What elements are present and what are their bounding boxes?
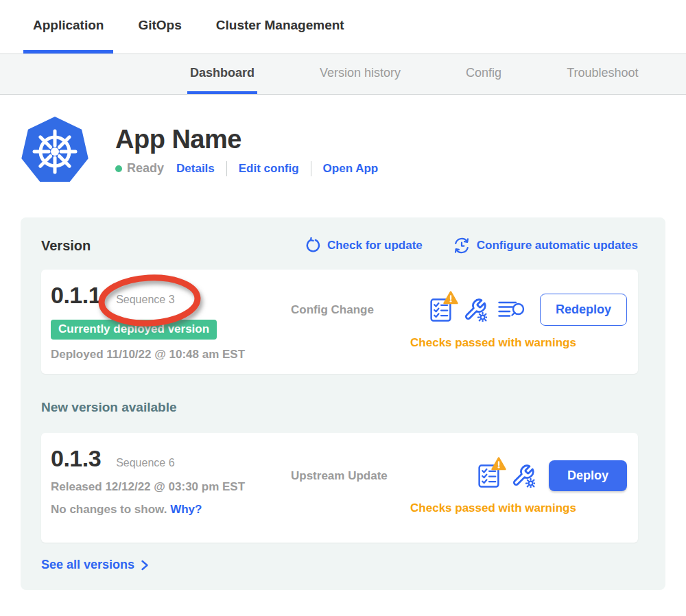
no-changes-text: No changes to show. <box>51 503 167 516</box>
see-all-versions-label: See all versions <box>41 558 134 572</box>
app-status-row: Ready Details Edit config Open App <box>115 161 378 176</box>
refresh-icon <box>305 237 321 254</box>
current-version-number: 0.1.1 <box>51 282 101 309</box>
redeploy-button[interactable]: Redeploy <box>540 294 627 326</box>
kubernetes-logo <box>21 116 89 186</box>
change-type-label: Config Change <box>291 303 374 317</box>
app-header: App Name Ready Details Edit config Open … <box>0 116 686 186</box>
edit-config-values-icon[interactable] <box>463 298 487 322</box>
view-diff-icon[interactable] <box>498 300 526 320</box>
see-all-versions-link[interactable]: See all versions <box>41 558 149 572</box>
version-panel-title: Version <box>41 238 91 254</box>
available-version-card: 0.1.3 Sequence 6 Released 12/12/22 @ 03:… <box>41 433 638 543</box>
released-timestamp: Released 12/12/22 @ 03:30 pm EST <box>51 480 291 494</box>
available-version-number: 0.1.3 <box>51 445 101 472</box>
check-for-update-label: Check for update <box>327 239 423 252</box>
tab-config[interactable]: Config <box>463 54 504 94</box>
configure-automatic-updates-button[interactable]: Configure automatic updates <box>453 237 638 254</box>
top-nav: Application GitOps Cluster Management <box>0 0 686 54</box>
schedule-update-icon <box>453 237 471 254</box>
config-wrench-icon <box>511 464 535 488</box>
app-sub-nav: Dashboard Version history Config Trouble… <box>0 54 686 95</box>
page-title: App Name <box>115 126 378 154</box>
change-type-label: Upstream Update <box>291 469 388 483</box>
deploy-button[interactable]: Deploy <box>549 460 627 491</box>
current-version-sequence: Sequence 3 <box>116 294 174 305</box>
status-badge: Ready <box>127 161 164 176</box>
tab-version-history[interactable]: Version history <box>317 54 403 94</box>
new-version-heading: New version available <box>41 400 638 415</box>
version-panel: Version Check for update Configure autom… <box>21 217 665 590</box>
chevron-right-icon <box>141 560 149 571</box>
deployed-timestamp: Deployed 11/10/22 @ 10:48 am EST <box>51 348 291 362</box>
config-wrench-icon <box>463 298 487 322</box>
warning-triangle-icon <box>491 457 506 471</box>
open-app-link[interactable]: Open App <box>323 162 379 176</box>
divider <box>226 161 227 176</box>
current-version-card: 0.1.1 Sequence 3 Currently deployed vers… <box>41 270 638 374</box>
diff-view-icon <box>498 300 526 320</box>
edit-config-link[interactable]: Edit config <box>239 162 299 176</box>
currently-deployed-badge: Currently deployed version <box>51 320 217 340</box>
tab-troubleshoot[interactable]: Troubleshoot <box>564 54 641 94</box>
checks-status-text: Checks passed with warnings <box>291 336 627 350</box>
edit-config-values-icon[interactable] <box>511 464 535 488</box>
tab-cluster-management[interactable]: Cluster Management <box>206 0 354 54</box>
tab-dashboard[interactable]: Dashboard <box>187 54 257 94</box>
tab-application[interactable]: Application <box>23 0 113 54</box>
details-link[interactable]: Details <box>176 162 215 176</box>
status-dot <box>115 165 122 172</box>
available-version-sequence: Sequence 6 <box>116 457 174 469</box>
divider <box>311 161 311 176</box>
preflight-checks-icon[interactable] <box>429 297 452 322</box>
warning-triangle-icon <box>443 291 458 305</box>
why-link[interactable]: Why? <box>170 503 202 516</box>
checks-status-text: Checks passed with warnings <box>291 501 627 515</box>
tab-gitops[interactable]: GitOps <box>128 0 191 54</box>
configure-automatic-updates-label: Configure automatic updates <box>477 239 638 252</box>
preflight-checks-icon[interactable] <box>477 463 500 488</box>
check-for-update-button[interactable]: Check for update <box>305 237 423 254</box>
